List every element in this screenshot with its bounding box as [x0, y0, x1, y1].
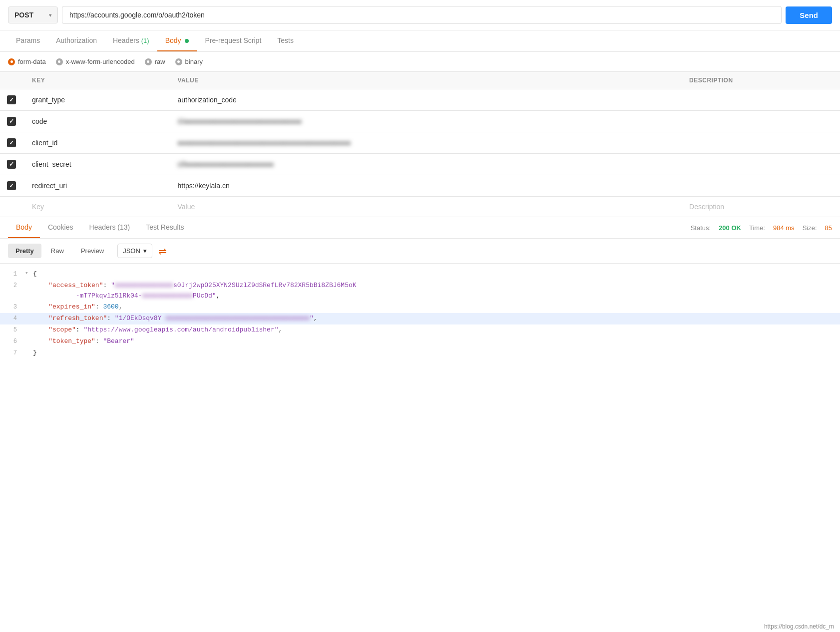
radio-circle-urlencoded: [56, 58, 63, 65]
format-select[interactable]: JSON ▾: [117, 244, 152, 258]
radio-label-form-data: form-data: [18, 58, 46, 65]
code-content-2: "access_token": "●●●●●●●●●●●●●●●s0Jrj2wp…: [33, 281, 840, 302]
row-description-0[interactable]: [682, 89, 840, 111]
row-key-2[interactable]: client_id: [25, 132, 170, 154]
code-line-6: 6 "token_type": "Bearer": [0, 336, 840, 347]
table-row: ✓client_secretoif●●●●●●●●●●●●●●●●●●●●●: [0, 154, 840, 175]
url-input[interactable]: [62, 6, 782, 24]
time-label: Time:: [749, 224, 765, 232]
placeholder-description[interactable]: Description: [682, 197, 840, 217]
tab-pre-request-script[interactable]: Pre-request Script: [197, 30, 269, 51]
response-tab-headers[interactable]: Headers (13): [81, 217, 138, 238]
chevron-down-icon: ▾: [49, 12, 51, 18]
code-line-1: 1 ▾ {: [0, 269, 840, 280]
radio-circle-raw: [145, 58, 152, 65]
code-line-3: 3 "expires_in": 3600,: [0, 302, 840, 313]
radio-raw[interactable]: raw: [145, 58, 165, 65]
line-number-3: 3: [0, 302, 25, 312]
placeholder-key[interactable]: Key: [25, 197, 170, 217]
time-value: 984 ms: [773, 224, 795, 232]
radio-binary[interactable]: binary: [175, 58, 203, 65]
collapse-arrow-icon[interactable]: ▾: [25, 269, 33, 278]
col-header-description: DESCRIPTION: [682, 72, 840, 89]
response-tab-cookies[interactable]: Cookies: [40, 217, 81, 238]
response-tab-test-results[interactable]: Test Results: [138, 217, 192, 238]
radio-label-urlencoded: x-www-form-urlencoded: [66, 58, 135, 65]
body-dot-indicator: [185, 39, 189, 43]
table-row: ✓grant_typeauthorization_code: [0, 89, 840, 111]
response-code-area: 1 ▾ { 2 "access_token": "●●●●●●●●●●●●●●●…: [0, 264, 840, 363]
params-table: KEY VALUE DESCRIPTION ✓grant_typeauthori…: [0, 72, 840, 217]
response-status-bar: Status: 200 OK Time: 984 ms Size: 85: [691, 224, 832, 232]
row-description-4[interactable]: [682, 175, 840, 197]
send-button[interactable]: Send: [786, 6, 832, 24]
radio-circle-form-data: [8, 58, 15, 65]
placeholder-value[interactable]: Value: [170, 197, 682, 217]
method-label: POST: [14, 11, 33, 19]
line-number-2: 2: [0, 281, 25, 291]
line-number-7: 7: [0, 348, 25, 358]
row-description-2[interactable]: [682, 132, 840, 154]
radio-circle-binary: [175, 58, 182, 65]
view-preview-button[interactable]: Preview: [73, 244, 111, 258]
code-line-2: 2 "access_token": "●●●●●●●●●●●●●●●s0Jrj2…: [0, 280, 840, 302]
row-key-4[interactable]: redirect_uri: [25, 175, 170, 197]
code-content-3: "expires_in": 3600,: [33, 302, 840, 313]
tab-params[interactable]: Params: [8, 30, 48, 51]
view-raw-button[interactable]: Raw: [43, 244, 71, 258]
col-header-key: KEY: [25, 72, 170, 89]
size-label: Size:: [803, 224, 817, 232]
code-content-7: }: [33, 348, 840, 358]
radio-urlencoded[interactable]: x-www-form-urlencoded: [56, 58, 135, 65]
response-tab-bar: Body Cookies Headers (13) Test Results S…: [0, 217, 840, 239]
code-content-6: "token_type": "Bearer": [33, 336, 840, 347]
code-line-7: 7 }: [0, 347, 840, 359]
status-label: Status:: [691, 224, 711, 232]
row-value-1[interactable]: 4/●●●●●●●●●●●●●●●●●●●●●●●●●●●●: [170, 111, 682, 132]
row-value-4[interactable]: https://keylala.cn: [170, 175, 682, 197]
code-line-4: 4 "refresh_token": "1/OEkDsqv8Y ●●●●●●●●…: [0, 313, 840, 324]
checkbox[interactable]: ✓: [7, 138, 16, 147]
size-value: 85: [825, 224, 832, 232]
tab-tests[interactable]: Tests: [269, 30, 302, 51]
row-description-1[interactable]: [682, 111, 840, 132]
checkbox[interactable]: ✓: [7, 181, 16, 190]
response-tab-body[interactable]: Body: [8, 217, 40, 238]
row-description-3[interactable]: [682, 154, 840, 175]
status-value: 200 OK: [719, 224, 741, 232]
row-key-0[interactable]: grant_type: [25, 89, 170, 111]
row-key-1[interactable]: code: [25, 111, 170, 132]
table-row: ✓redirect_urihttps://keylala.cn: [0, 175, 840, 197]
col-header-value: VALUE: [170, 72, 682, 89]
row-value-3[interactable]: oif●●●●●●●●●●●●●●●●●●●●●: [170, 154, 682, 175]
tab-body[interactable]: Body: [157, 30, 197, 51]
radio-label-binary: binary: [185, 58, 203, 65]
table-row: ✓client_id●●●●●●●●●●●●●●●●●●●●●●●●●●●●●●…: [0, 132, 840, 154]
radio-label-raw: raw: [155, 58, 165, 65]
row-value-2[interactable]: ●●●●●●●●●●●●●●●●●●●●●●●●●●●●●●●●●●●●●●●●…: [170, 132, 682, 154]
col-header-check: [0, 72, 25, 89]
wrap-button[interactable]: ⇌: [158, 245, 167, 257]
format-label: JSON: [123, 247, 140, 255]
line-number-6: 6: [0, 336, 25, 346]
response-toolbar: Pretty Raw Preview JSON ▾ ⇌: [0, 239, 840, 264]
code-content-1: {: [33, 269, 840, 280]
table-row: ✓code4/●●●●●●●●●●●●●●●●●●●●●●●●●●●●: [0, 111, 840, 132]
method-select[interactable]: POST ▾: [8, 6, 58, 23]
body-type-bar: form-data x-www-form-urlencoded raw bina…: [0, 52, 840, 72]
code-line-5: 5 "scope": "https://www.googleapis.com/a…: [0, 324, 840, 336]
checkbox[interactable]: ✓: [7, 95, 16, 104]
line-number-1: 1: [0, 269, 25, 279]
row-key-3[interactable]: client_secret: [25, 154, 170, 175]
line-number-4: 4: [0, 314, 25, 323]
view-pretty-button[interactable]: Pretty: [8, 244, 41, 258]
url-bar: POST ▾ Send: [0, 0, 840, 30]
tab-headers[interactable]: Headers (1): [105, 30, 157, 51]
radio-form-data[interactable]: form-data: [8, 58, 46, 65]
code-content-5: "scope": "https://www.googleapis.com/aut…: [33, 325, 840, 335]
checkbox[interactable]: ✓: [7, 160, 16, 169]
row-value-0[interactable]: authorization_code: [170, 89, 682, 111]
tab-authorization[interactable]: Authorization: [48, 30, 105, 51]
table-row-placeholder: Key Value Description: [0, 197, 840, 217]
checkbox[interactable]: ✓: [7, 117, 16, 126]
